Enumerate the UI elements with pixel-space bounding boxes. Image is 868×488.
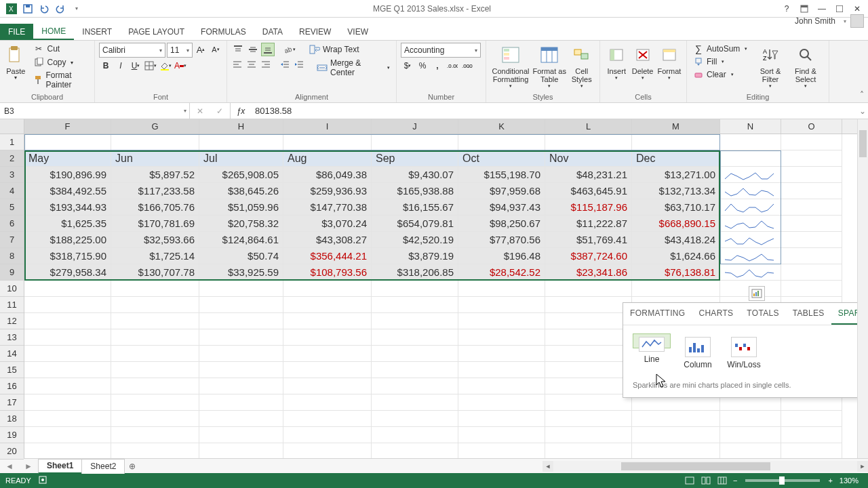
cell-H3[interactable]: $265,908.05 — [199, 167, 283, 183]
cell-styles-button[interactable]: Cell Styles▾ — [568, 43, 595, 92]
increase-indent-icon[interactable] — [293, 58, 306, 71]
accounting-format-icon[interactable]: $▾ — [401, 59, 414, 73]
cell-I10[interactable] — [283, 281, 372, 297]
cell-J2[interactable]: Sep — [372, 150, 458, 167]
cell-J12[interactable] — [372, 313, 458, 329]
cell-N4[interactable] — [720, 183, 781, 199]
qa-tab-charts[interactable]: CHARTS — [692, 303, 740, 325]
merge-center-button[interactable]: Merge & Center▾ — [315, 58, 392, 78]
cell-N7[interactable] — [720, 232, 781, 248]
cell-H11[interactable] — [199, 297, 283, 313]
cell-K8[interactable]: $196.48 — [458, 248, 545, 264]
format-cells-button[interactable]: Format▾ — [656, 43, 682, 92]
cell-O1[interactable] — [781, 134, 842, 150]
row-header-18[interactable]: 18 — [0, 411, 24, 427]
cell-H16[interactable] — [199, 378, 283, 394]
row-header-1[interactable]: 1 — [0, 134, 24, 150]
cell-G4[interactable]: $117,233.58 — [111, 183, 199, 199]
autosum-button[interactable]: ∑AutoSum▾ — [691, 43, 752, 55]
sheet-nav-next[interactable]: ► — [24, 462, 33, 471]
cell-J20[interactable] — [372, 443, 458, 458]
add-sheet-button[interactable]: ⊕ — [124, 462, 140, 471]
comma-format-icon[interactable]: , — [431, 59, 444, 73]
cell-K7[interactable]: $77,870.56 — [458, 232, 545, 248]
format-painter-button[interactable]: Format Painter — [31, 70, 90, 90]
cell-K12[interactable] — [458, 313, 545, 329]
cell-L19[interactable] — [545, 427, 632, 443]
cell-O20[interactable] — [781, 443, 842, 458]
decrease-decimal-icon[interactable]: .00.0 — [460, 59, 474, 73]
cell-F8[interactable]: $318,715.90 — [24, 248, 111, 264]
cell-L9[interactable]: $23,341.86 — [545, 264, 632, 281]
cell-H18[interactable] — [199, 411, 283, 427]
quick-analysis-icon[interactable] — [749, 286, 765, 301]
cell-F5[interactable]: $193,344.93 — [24, 199, 111, 216]
cell-G15[interactable] — [111, 362, 199, 378]
cell-O6[interactable] — [781, 216, 842, 232]
cell-K10[interactable] — [458, 281, 545, 297]
cell-I5[interactable]: $147,770.38 — [283, 199, 372, 216]
cell-J11[interactable] — [372, 297, 458, 313]
vertical-scrollbar[interactable] — [857, 119, 868, 458]
cell-I16[interactable] — [283, 378, 372, 394]
cell-H17[interactable] — [199, 394, 283, 411]
cell-O2[interactable] — [781, 150, 842, 167]
cell-G1[interactable] — [111, 134, 199, 150]
cell-H14[interactable] — [199, 346, 283, 362]
cell-M10[interactable] — [632, 281, 720, 297]
fill-color-button[interactable]: ▾ — [159, 59, 172, 73]
cell-M3[interactable]: $13,271.00 — [632, 167, 720, 183]
cell-J15[interactable] — [372, 362, 458, 378]
clear-button[interactable]: Clear▾ — [691, 68, 752, 81]
orientation-icon[interactable]: ab▾ — [283, 43, 296, 56]
cell-M2[interactable]: Dec — [632, 150, 720, 167]
cell-M7[interactable]: $43,418.24 — [632, 232, 720, 248]
cell-H5[interactable]: $51,059.96 — [199, 199, 283, 216]
cell-M6[interactable]: $668,890.15 — [632, 216, 720, 232]
cell-N19[interactable] — [720, 427, 781, 443]
cell-J5[interactable]: $16,155.67 — [372, 199, 458, 216]
cell-G16[interactable] — [111, 378, 199, 394]
row-header-15[interactable]: 15 — [0, 362, 24, 378]
format-as-table-button[interactable]: Format as Table▾ — [532, 43, 566, 92]
cell-K9[interactable]: $28,542.52 — [458, 264, 545, 281]
cell-I13[interactable] — [283, 329, 372, 346]
align-bottom-icon[interactable] — [261, 43, 275, 56]
cell-J6[interactable]: $654,079.81 — [372, 216, 458, 232]
cell-F15[interactable] — [24, 362, 111, 378]
cell-M5[interactable]: $63,710.17 — [632, 199, 720, 216]
cell-F9[interactable]: $279,958.34 — [24, 264, 111, 281]
cell-I14[interactable] — [283, 346, 372, 362]
conditional-formatting-button[interactable]: Conditional Formatting▾ — [490, 43, 531, 92]
cell-O10[interactable] — [781, 281, 842, 297]
row-header-9[interactable]: 9 — [0, 264, 24, 281]
cell-O7[interactable] — [781, 232, 842, 248]
cell-L18[interactable] — [545, 411, 632, 427]
font-color-button[interactable]: A▾ — [174, 59, 187, 73]
cell-M8[interactable]: $1,624.66 — [632, 248, 720, 264]
minimize-icon[interactable]: — — [814, 2, 830, 16]
sheet-tab-1[interactable]: Sheet1 — [38, 459, 82, 474]
col-header-N[interactable]: N — [720, 119, 781, 134]
sheet-nav-prev[interactable]: ◄ — [5, 462, 14, 471]
col-header-F[interactable]: F — [24, 119, 111, 134]
view-normal-icon[interactable] — [682, 475, 697, 486]
cell-K14[interactable] — [458, 346, 545, 362]
cell-K2[interactable]: Oct — [458, 150, 545, 167]
user-avatar[interactable] — [850, 14, 864, 28]
cell-J4[interactable]: $165,938.88 — [372, 183, 458, 199]
row-header-10[interactable]: 10 — [0, 281, 24, 297]
paste-button[interactable]: Paste ▾ — [4, 43, 27, 92]
cell-K13[interactable] — [458, 329, 545, 346]
cell-J14[interactable] — [372, 346, 458, 362]
sort-filter-button[interactable]: AZSort & Filter▾ — [753, 43, 787, 92]
qa-tab-tables[interactable]: TABLES — [786, 303, 831, 325]
cell-L20[interactable] — [545, 443, 632, 458]
cell-O8[interactable] — [781, 248, 842, 264]
cell-H20[interactable] — [199, 443, 283, 458]
percent-format-icon[interactable]: % — [416, 59, 429, 73]
cell-L5[interactable]: $115,187.96 — [545, 199, 632, 216]
align-top-icon[interactable] — [231, 43, 245, 56]
view-page-layout-icon[interactable] — [698, 475, 713, 486]
cell-O5[interactable] — [781, 199, 842, 216]
